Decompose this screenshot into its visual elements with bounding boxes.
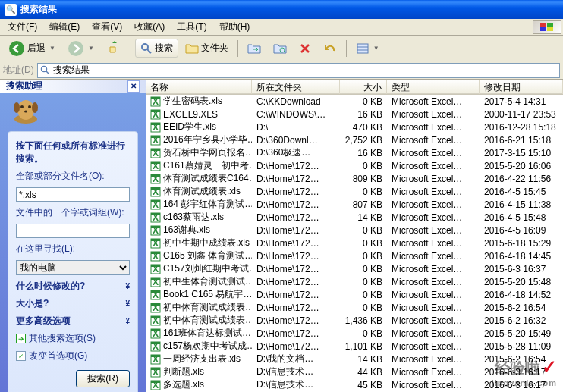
when-modified-row[interactable]: 什么时候修改的?¥ bbox=[16, 280, 130, 293]
svg-point-17 bbox=[28, 105, 31, 108]
pref-label: 改变首选项(G) bbox=[29, 350, 87, 362]
file-name: 161班体育达标测试… bbox=[163, 327, 251, 340]
other-search-row[interactable]: ➔其他搜索选项(S) bbox=[16, 332, 130, 345]
menu-file[interactable]: 文件(F) bbox=[2, 19, 43, 35]
move-to-button[interactable] bbox=[242, 39, 266, 58]
svg-text:X: X bbox=[153, 161, 159, 171]
close-icon[interactable]: ✕ bbox=[127, 80, 140, 93]
table-row[interactable]: X一周经济支出表.xlsD:\我的文档…14 KBMicrosoft Excel… bbox=[146, 353, 563, 365]
file-type: Microsoft Excel… bbox=[387, 354, 480, 365]
checkbox-icon: ✓ bbox=[16, 351, 26, 361]
folders-button[interactable]: 文件夹 bbox=[180, 39, 234, 58]
col-type[interactable]: 类型 bbox=[387, 80, 480, 94]
address-value: 搜索结果 bbox=[53, 64, 90, 77]
file-loc: D:\Home\172… bbox=[252, 277, 340, 287]
search-button[interactable]: 搜索 bbox=[135, 39, 178, 58]
size-row[interactable]: 大小是?¥ bbox=[16, 297, 130, 310]
search-submit-button[interactable]: 搜索(R) bbox=[76, 370, 130, 387]
copy-to-button[interactable] bbox=[268, 39, 292, 58]
table-row[interactable]: XC165 刘鑫 体育测试…D:\Home\172…0 KBMicrosoft … bbox=[146, 249, 563, 262]
more-label: 更多高级选项 bbox=[16, 315, 71, 328]
table-row[interactable]: XBook1 C165 易航宇…D:\Home\172…0 KBMicrosof… bbox=[146, 288, 563, 301]
file-loc: D:\Home\172… bbox=[252, 328, 340, 339]
table-row[interactable]: X多选题.xlsD:\信息技术…45 KBMicrosoft Excel…201… bbox=[146, 378, 563, 391]
table-row[interactable]: XC161蔡婧灵一初中考…D:\Home\172…0 KBMicrosoft E… bbox=[146, 159, 563, 172]
col-size[interactable]: 大小 bbox=[340, 80, 387, 94]
search-result-icon bbox=[40, 65, 51, 76]
search-label: 搜索 bbox=[155, 42, 173, 55]
lookin-select[interactable]: 我的电脑 bbox=[16, 260, 130, 275]
file-date: 2015-6-2 16:32 bbox=[480, 315, 563, 326]
file-type: Microsoft Excel… bbox=[387, 238, 480, 249]
table-row[interactable]: X体育测试成绩表.xlsD:\Home\172…0 KBMicrosoft Ex… bbox=[146, 185, 563, 198]
file-type: Microsoft Excel… bbox=[387, 199, 480, 210]
menu-favorites[interactable]: 收藏(A) bbox=[128, 19, 171, 35]
views-button[interactable]: ▼ bbox=[351, 39, 385, 58]
up-button[interactable] bbox=[101, 38, 127, 59]
address-field[interactable]: 搜索结果 bbox=[37, 63, 560, 78]
table-row[interactable]: XC157刘灿红期中考试…D:\Home\172…0 KBMicrosoft E… bbox=[146, 262, 563, 275]
excel-file-icon: X bbox=[150, 135, 161, 146]
column-header: 名称 所在文件夹 大小 类型 修改日期 bbox=[146, 80, 563, 95]
table-row[interactable]: Xc157杨欢期中考试成…D:\Home\172…1,101 KBMicroso… bbox=[146, 340, 563, 353]
table-row[interactable]: Xc163蔡雨达.xlsD:\Home\172…14 KBMicrosoft E… bbox=[146, 211, 563, 224]
col-date[interactable]: 修改日期 bbox=[480, 80, 563, 94]
toolbar: 后退 ▼ ▼ 搜索 文件夹 ▼ bbox=[0, 36, 563, 61]
svg-rect-0 bbox=[540, 23, 546, 27]
table-row[interactable]: X判断题.xlsD:\信息技术…44 KBMicrosoft Excel…201… bbox=[146, 365, 563, 378]
file-loc: D:\Home\172… bbox=[252, 161, 340, 171]
excel-file-icon: X bbox=[150, 367, 161, 378]
table-row[interactable]: X164 彭宇红体育测试…D:\Home\172…807 KBMicrosoft… bbox=[146, 198, 563, 211]
col-location[interactable]: 所在文件夹 bbox=[252, 80, 340, 94]
menu-tools[interactable]: 工具(T) bbox=[171, 19, 212, 35]
file-name: 一周经济支出表.xls bbox=[163, 353, 241, 365]
table-row[interactable]: X学生密码表.xlsC:\KKDownload0 KBMicrosoft Exc… bbox=[146, 95, 563, 108]
col-name[interactable]: 名称 bbox=[146, 80, 252, 94]
table-row[interactable]: X初中体育测试成绩表…D:\Home\172…0 KBMicrosoft Exc… bbox=[146, 301, 563, 314]
svg-text:X: X bbox=[153, 303, 159, 313]
table-row[interactable]: XEEID学生.xlsD:\470 KBMicrosoft Excel…2016… bbox=[146, 121, 563, 133]
table-row[interactable]: X初中生体育测试测试…D:\Home\172…0 KBMicrosoft Exc… bbox=[146, 275, 563, 288]
file-type: Microsoft Excel… bbox=[387, 251, 480, 262]
file-date: 2015-5-28 11:09 bbox=[480, 341, 563, 352]
svg-text:X: X bbox=[153, 135, 159, 146]
back-button[interactable]: 后退 ▼ bbox=[3, 37, 61, 60]
table-row[interactable]: X初中体育测试成绩表…D:\Home\172…1,436 KBMicrosoft… bbox=[146, 314, 563, 327]
file-size: 2,752 KB bbox=[340, 135, 387, 146]
search-dog-icon bbox=[0, 93, 146, 127]
table-row[interactable]: X贺石桥中学网页报名…D:\360极速…16 KBMicrosoft Excel… bbox=[146, 146, 563, 159]
excel-file-icon: X bbox=[150, 148, 161, 158]
table-row[interactable]: X163谢典.xlsD:\Home\172…0 KBMicrosoft Exce… bbox=[146, 224, 563, 237]
menu-view[interactable]: 查看(V) bbox=[86, 19, 128, 35]
filename-label: 全部或部分文件名(O): bbox=[16, 170, 130, 183]
table-row[interactable]: X初中生期中成绩表.xlsD:\Home\172…0 KBMicrosoft E… bbox=[146, 237, 563, 249]
table-row[interactable]: X161班体育达标测试…D:\Home\172…0 KBMicrosoft Ex… bbox=[146, 327, 563, 340]
file-loc: D:\我的文档… bbox=[252, 353, 340, 365]
forward-button[interactable]: ▼ bbox=[62, 37, 99, 60]
file-type: Microsoft Excel… bbox=[387, 109, 480, 120]
delete-button[interactable] bbox=[294, 39, 316, 58]
table-row[interactable]: XEXCEL9.XLSC:\WINDOWS\…16 KBMicrosoft Ex… bbox=[146, 108, 563, 121]
file-loc: D:\信息技术… bbox=[252, 378, 340, 391]
file-size: 0 KB bbox=[340, 328, 387, 339]
file-date: 2016-4-22 11:56 bbox=[480, 174, 563, 184]
excel-file-icon: X bbox=[150, 225, 161, 236]
file-date: 2016-4-15 11:38 bbox=[480, 199, 563, 210]
filename-input[interactable] bbox=[16, 187, 130, 202]
change-pref-row[interactable]: ✓改变首选项(G) bbox=[16, 350, 130, 362]
svg-text:X: X bbox=[153, 341, 159, 352]
file-size: 16 KB bbox=[340, 148, 387, 158]
table-row[interactable]: X体育测试成绩表C164…D:\Home\172…809 KBMicrosoft… bbox=[146, 172, 563, 185]
svg-point-4 bbox=[9, 41, 24, 56]
undo-button[interactable] bbox=[318, 39, 342, 58]
file-type: Microsoft Excel… bbox=[387, 225, 480, 236]
window-title: 搜索结果 bbox=[20, 3, 57, 16]
word-input[interactable] bbox=[16, 224, 130, 238]
table-row[interactable]: X2016年宁乡县小学毕…D:\360Downl…2,752 KBMicroso… bbox=[146, 133, 563, 146]
more-options-row[interactable]: 更多高级选项¥ bbox=[16, 315, 130, 328]
file-size: 470 KB bbox=[340, 122, 387, 133]
file-name: 判断题.xls bbox=[163, 365, 204, 378]
file-name: 贺石桥中学网页报名… bbox=[163, 146, 252, 159]
menu-help[interactable]: 帮助(H) bbox=[213, 19, 256, 35]
menu-edit[interactable]: 编辑(E) bbox=[43, 19, 86, 35]
